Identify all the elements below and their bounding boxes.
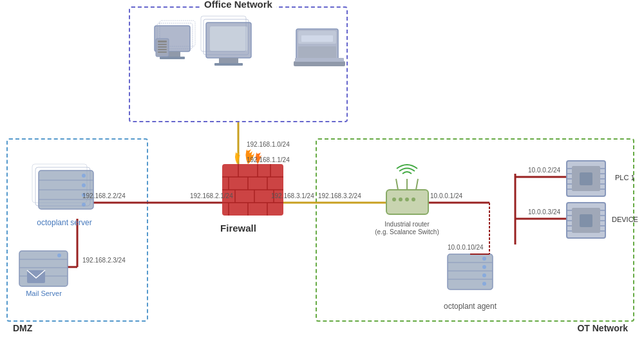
svg-rect-32 — [295, 58, 344, 62]
plc1-icon — [567, 161, 605, 196]
svg-rect-85 — [580, 172, 592, 185]
firewall-text-label: Firewall — [220, 223, 256, 234]
svg-text:10.0.0.1/24: 10.0.0.1/24 — [430, 192, 462, 199]
svg-rect-65 — [386, 190, 428, 214]
svg-text:192.168.2.1/24: 192.168.2.1/24 — [190, 192, 233, 199]
svg-rect-12 — [160, 57, 185, 59]
svg-point-106 — [482, 282, 486, 286]
svg-text:(e.g. Scalance Switch): (e.g. Scalance Switch) — [375, 228, 439, 235]
svg-line-66 — [396, 179, 398, 190]
svg-rect-18 — [158, 46, 167, 48]
svg-text:Mail Server: Mail Server — [26, 290, 62, 297]
svg-rect-17 — [158, 44, 167, 45]
svg-rect-30 — [301, 35, 333, 42]
svg-rect-22 — [210, 26, 247, 51]
svg-rect-31 — [294, 61, 345, 66]
svg-point-103 — [482, 257, 486, 261]
svg-text:192.168.3.1/24: 192.168.3.1/24 — [271, 192, 314, 199]
svg-point-104 — [482, 265, 486, 269]
network-diagram: Office Network DMZ OT Network — [0, 0, 644, 350]
svg-text:10.0.0.10/24: 10.0.0.10/24 — [448, 244, 484, 251]
svg-text:10.0.0.2/24: 10.0.0.2/24 — [528, 167, 560, 174]
svg-text:Industrial router: Industrial router — [384, 221, 430, 228]
device-icon — [567, 203, 605, 238]
industrial-router-icon — [386, 165, 428, 214]
svg-point-69 — [392, 198, 396, 201]
svg-point-71 — [405, 198, 409, 201]
svg-text:192.168.3.2/24: 192.168.3.2/24 — [318, 192, 361, 199]
svg-text:octoplant server: octoplant server — [37, 218, 91, 227]
svg-point-53 — [82, 174, 86, 178]
svg-text:DEVICE: DEVICE — [612, 216, 638, 223]
svg-text:PLC 1: PLC 1 — [615, 174, 635, 181]
octoplant-server-icon — [32, 164, 93, 209]
svg-text:192.168.1.0/24: 192.168.1.0/24 — [247, 141, 290, 148]
svg-point-70 — [399, 198, 402, 201]
svg-line-68 — [416, 179, 418, 190]
svg-rect-23 — [219, 58, 238, 63]
svg-text:192.168.2.2/24: 192.168.2.2/24 — [82, 192, 126, 199]
svg-point-64 — [57, 253, 61, 257]
svg-rect-19 — [158, 49, 167, 50]
svg-point-105 — [482, 273, 486, 277]
svg-text:192.168.2.3/24: 192.168.2.3/24 — [82, 257, 126, 264]
svg-rect-20 — [158, 51, 167, 53]
svg-rect-24 — [214, 63, 243, 66]
svg-text:octoplant agent: octoplant agent — [444, 302, 497, 311]
svg-point-54 — [82, 183, 86, 187]
mail-server-icon — [19, 251, 68, 286]
svg-rect-16 — [158, 41, 167, 42]
svg-point-72 — [412, 198, 415, 201]
svg-rect-98 — [580, 214, 592, 227]
office-device-3 — [294, 29, 345, 66]
octoplant-agent-icon — [448, 254, 493, 290]
diagram-svg: 192.168.1.0/24 192.168.1.1/24 192.168.2.… — [0, 0, 644, 350]
office-device-2 — [201, 16, 251, 66]
svg-text:10.0.0.3/24: 10.0.0.3/24 — [528, 208, 560, 216]
office-device-1 — [155, 21, 195, 59]
svg-text:192.168.1.1/24: 192.168.1.1/24 — [247, 156, 290, 163]
